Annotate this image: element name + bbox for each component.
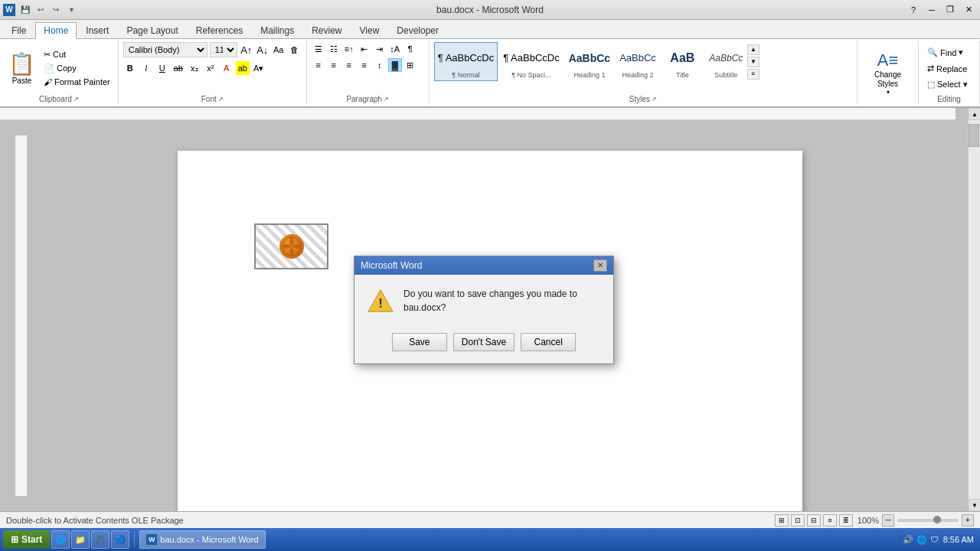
print-layout-btn[interactable]: ⊞ <box>775 514 789 527</box>
align-left-btn[interactable]: ≡ <box>312 58 325 72</box>
undo-quick-btn[interactable]: ↩ <box>34 3 47 17</box>
tab-insert[interactable]: Insert <box>77 22 117 38</box>
help-btn[interactable]: ? <box>905 3 922 17</box>
redo-quick-btn[interactable]: ↪ <box>49 3 63 17</box>
select-button[interactable]: ⬚ Select ▾ <box>923 77 972 92</box>
dialog-close-btn[interactable]: ✕ <box>593 259 607 272</box>
document-area: ANY▶RUN Microsoft Word ✕ ! <box>0 108 968 511</box>
scroll-up-btn[interactable]: ▲ <box>969 108 980 120</box>
justify-btn[interactable]: ≡ <box>358 58 371 72</box>
italic-btn[interactable]: I <box>139 61 153 75</box>
change-case-btn[interactable]: Aa <box>272 43 286 57</box>
style-heading2[interactable]: AaBbCc Heading 2 <box>616 42 660 81</box>
scroll-track[interactable] <box>969 120 980 499</box>
borders-btn[interactable]: ⊞ <box>403 58 417 72</box>
tab-home[interactable]: Home <box>35 22 77 39</box>
styles-scroll-down[interactable]: ▼ <box>747 57 760 67</box>
styles-scroll-up[interactable]: ▲ <box>747 44 760 55</box>
find-button[interactable]: 🔍 Find ▾ <box>923 45 972 60</box>
restore-btn[interactable]: ❐ <box>942 3 959 17</box>
clipboard-expand-icon[interactable]: ↗ <box>74 96 79 103</box>
close-btn[interactable]: ✕ <box>960 3 977 17</box>
font-color-btn[interactable]: A <box>220 61 234 75</box>
sort-btn[interactable]: ↕A <box>388 42 402 56</box>
ie-quick-launch[interactable]: 🌐 <box>51 530 70 549</box>
align-center-btn[interactable]: ≡ <box>327 58 341 72</box>
line-spacing-btn[interactable]: ↕ <box>373 58 387 72</box>
underline-btn[interactable]: U <box>155 61 169 75</box>
copy-button[interactable]: 📄 Copy <box>41 62 113 75</box>
start-icon: ⊞ <box>11 534 18 545</box>
format-painter-button[interactable]: 🖌 Format Painter <box>41 76 113 88</box>
outline-btn[interactable]: ≡ <box>823 514 837 527</box>
numbering-btn[interactable]: ☷ <box>327 42 341 56</box>
styles-expand-icon[interactable]: ↗ <box>652 96 657 103</box>
style-subtitle[interactable]: AaBbCc Subtitle <box>705 42 747 81</box>
style-normal[interactable]: ¶ AaBbCcDc ¶ Normal <box>434 42 498 81</box>
style-title[interactable]: AaB Title <box>662 42 704 81</box>
save-button[interactable]: Save <box>392 333 447 351</box>
multilevel-btn[interactable]: ≡↑ <box>342 42 356 56</box>
taskbar-right: 🔊 🌐 🛡 8:56 AM <box>903 535 977 545</box>
scroll-down-btn[interactable]: ▼ <box>969 499 980 511</box>
align-right-btn[interactable]: ≡ <box>342 58 356 72</box>
cancel-button[interactable]: Cancel <box>521 333 576 351</box>
cut-button[interactable]: ✂ Cut <box>41 48 113 61</box>
grow-font-btn[interactable]: A↑ <box>240 43 253 57</box>
tab-view[interactable]: View <box>351 22 388 38</box>
zoom-thumb <box>933 516 941 523</box>
paste-button[interactable]: 📋 Paste <box>5 49 39 87</box>
find-dropdown-icon: ▾ <box>959 47 963 57</box>
zoom-in-btn[interactable]: + <box>962 514 974 527</box>
tab-file[interactable]: File <box>3 22 34 38</box>
tab-developer[interactable]: Developer <box>388 22 447 38</box>
style-heading1[interactable]: AaBbCc Heading 1 <box>565 42 614 81</box>
para-expand-icon[interactable]: ↗ <box>384 96 389 103</box>
fullscreen-btn[interactable]: ⊡ <box>791 514 805 527</box>
customize-quick-btn[interactable]: ▾ <box>64 3 78 17</box>
subscript-btn[interactable]: x₂ <box>188 61 201 75</box>
highlight-btn[interactable]: ab <box>236 61 250 75</box>
zoom-slider[interactable] <box>897 519 959 522</box>
font-expand-icon[interactable]: ↗ <box>218 96 224 103</box>
replace-icon: ⇄ <box>927 64 934 73</box>
replace-button[interactable]: ⇄ Replace <box>923 61 972 76</box>
clear-format-btn[interactable]: 🗑 <box>288 43 302 57</box>
draft-btn[interactable]: ≣ <box>839 514 853 527</box>
tab-mailings[interactable]: Mailings <box>252 22 302 38</box>
title-bar-left: W 💾 ↩ ↪ ▾ <box>3 3 78 17</box>
find-icon: 🔍 <box>927 47 938 57</box>
dont-save-button[interactable]: Don't Save <box>453 333 514 351</box>
explorer-quick-launch[interactable]: 📁 <box>71 530 90 549</box>
start-button[interactable]: ⊞ Start <box>3 530 50 549</box>
minimize-btn[interactable]: ─ <box>923 3 940 17</box>
web-view-btn[interactable]: ⊟ <box>807 514 821 527</box>
text-color-btn[interactable]: A▾ <box>252 61 266 75</box>
superscript-btn[interactable]: x² <box>204 61 217 75</box>
bold-btn[interactable]: B <box>123 61 137 75</box>
styles-more[interactable]: ≡ <box>747 69 760 80</box>
change-styles-dropdown-icon: ▾ <box>887 89 890 96</box>
decrease-indent-btn[interactable]: ⇤ <box>358 42 371 56</box>
change-styles-button[interactable]: A≡ ChangeStyles ▾ <box>871 47 904 99</box>
tray-icon-2: 🌐 <box>916 535 927 545</box>
media-quick-launch[interactable]: 🎵 <box>91 530 109 549</box>
shrink-font-btn[interactable]: A↓ <box>256 43 270 57</box>
increase-indent-btn[interactable]: ⇥ <box>373 42 387 56</box>
style-no-spacing[interactable]: ¶ AaBbCcDc ¶ No Spaci... <box>499 42 563 81</box>
save-quick-btn[interactable]: 💾 <box>18 3 32 17</box>
chrome-taskbar[interactable]: 🔵 <box>111 530 129 549</box>
cut-icon: ✂ <box>44 50 51 60</box>
tab-references[interactable]: References <box>188 22 251 38</box>
tab-page-layout[interactable]: Page Layout <box>118 22 186 38</box>
font-name-select[interactable]: Calibri (Body) <box>123 42 207 57</box>
tab-review[interactable]: Review <box>303 22 350 38</box>
shading-btn[interactable]: ▓ <box>388 58 402 72</box>
strikethrough-btn[interactable]: ab <box>172 61 185 75</box>
bullets-btn[interactable]: ☰ <box>312 42 325 56</box>
scroll-thumb[interactable] <box>969 124 979 147</box>
show-formatting-btn[interactable]: ¶ <box>403 42 417 56</box>
word-taskbar-item[interactable]: W bau.docx - Microsoft Word <box>139 530 265 549</box>
font-size-select[interactable]: 11 <box>210 42 237 57</box>
zoom-out-btn[interactable]: ─ <box>882 514 894 527</box>
